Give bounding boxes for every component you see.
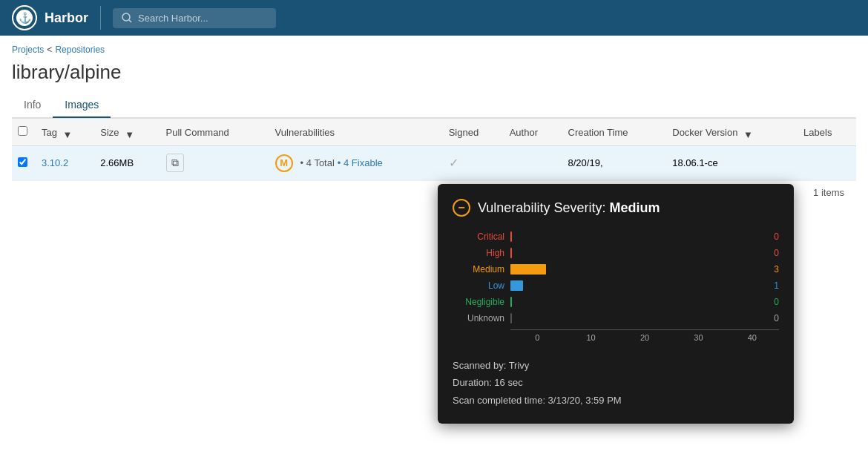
- chart-label-low: Low: [453, 280, 504, 291]
- header-docker-version: Docker Version ▼: [666, 119, 798, 146]
- row-tag-cell: 3.10.2: [36, 146, 94, 180]
- svg-line-1: [129, 20, 131, 22]
- breadcrumb-projects[interactable]: Projects: [12, 45, 44, 55]
- tag-filter-icon[interactable]: ▼: [63, 129, 70, 137]
- main-content: Projects<Repositories library/alpine Inf…: [0, 36, 868, 460]
- row-signed-cell: ✓: [443, 146, 504, 180]
- chart-bar-low: [510, 280, 765, 291]
- chart-bar-negligible: [510, 297, 765, 307]
- chart-axis: 0 10 20 30 40: [510, 329, 779, 342]
- row-checkbox-cell: [12, 146, 36, 180]
- select-all-checkbox[interactable]: [18, 126, 27, 136]
- chart-value-medium: 3: [774, 264, 779, 275]
- chart-bar-medium: [510, 264, 765, 275]
- chart-label-unknown: Unknown: [453, 313, 504, 323]
- popup-footer: Scanned by: Trivy Duration: 16 sec Scan …: [453, 357, 779, 409]
- tag-link[interactable]: 3.10.2: [42, 157, 68, 168]
- copy-button[interactable]: ⧉: [166, 154, 184, 172]
- row-labels-cell: [798, 146, 856, 180]
- row-size-cell: 2.66MB: [94, 146, 160, 180]
- docker-filter-icon[interactable]: ▼: [743, 129, 751, 137]
- header-tag: Tag ▼: [36, 119, 94, 146]
- top-nav: ⚓ Harbor Search Harbor...: [0, 0, 868, 36]
- breadcrumb-separator: <: [47, 45, 52, 55]
- chart-value-critical: 0: [774, 231, 779, 242]
- items-count: 1 items: [813, 187, 844, 198]
- breadcrumb-repositories[interactable]: Repositories: [55, 45, 105, 55]
- header-author: Author: [504, 119, 562, 146]
- chart-row-high: High 0: [453, 248, 779, 258]
- header-signed: Signed: [443, 119, 504, 146]
- search-box[interactable]: Search Harbor...: [113, 8, 276, 28]
- row-docker-version-cell: 18.06.1-ce: [666, 146, 798, 180]
- table-header-row: Tag ▼ Size ▼ Pull Command Vulnerabilitie…: [12, 119, 856, 146]
- chart-value-low: 1: [774, 280, 779, 291]
- breadcrumb: Projects<Repositories: [12, 45, 856, 55]
- chart-row-medium: Medium 3: [453, 264, 779, 275]
- popup-severity: Medium: [609, 200, 660, 215]
- search-placeholder: Search Harbor...: [138, 13, 208, 24]
- axis-10: 10: [564, 333, 617, 342]
- app-name: Harbor: [45, 10, 88, 26]
- row-checkbox[interactable]: [18, 157, 27, 167]
- header-creation-time: Creation Time: [562, 119, 667, 146]
- chart-row-critical: Critical 0: [453, 231, 779, 242]
- vuln-popup: − Vulnerability Severity: Medium Critica…: [438, 184, 794, 424]
- vuln-severity-badge[interactable]: M: [275, 154, 293, 172]
- vuln-total: • 4 Total: [300, 157, 335, 168]
- tab-info[interactable]: Info: [12, 93, 53, 118]
- chart-bar-unknown: [510, 313, 765, 323]
- logo-circle: ⚓: [12, 5, 37, 30]
- header-labels: Labels: [798, 119, 856, 146]
- signed-check-icon: ✓: [449, 157, 458, 169]
- header-checkbox-col: [12, 119, 36, 146]
- table-row: 3.10.2 2.66MB ⧉ M • 4 Total • 4 Fixable: [12, 146, 856, 180]
- chart-bar-critical: [510, 231, 765, 242]
- header-vulnerabilities: Vulnerabilities: [269, 119, 443, 146]
- axis-40: 40: [726, 333, 779, 342]
- chart-row-low: Low 1: [453, 280, 779, 291]
- app-logo[interactable]: ⚓ Harbor: [12, 5, 88, 30]
- svg-point-0: [122, 13, 130, 21]
- chart-row-negligible: Negligible 0: [453, 297, 779, 307]
- chart-value-high: 0: [774, 248, 779, 258]
- chart-label-critical: Critical: [453, 231, 504, 242]
- duration: Duration: 16 sec: [453, 374, 779, 391]
- row-vuln-cell: M • 4 Total • 4 Fixable: [269, 146, 443, 180]
- row-author-cell: [504, 146, 562, 180]
- tabs: Info Images: [12, 93, 856, 118]
- vuln-info: M • 4 Total • 4 Fixable: [275, 154, 437, 172]
- size-filter-icon[interactable]: ▼: [125, 129, 132, 137]
- tab-images[interactable]: Images: [53, 93, 111, 118]
- popup-title: − Vulnerability Severity: Medium: [453, 199, 779, 217]
- chart-row-unknown: Unknown 0: [453, 313, 779, 323]
- row-pull-cmd-cell: ⧉: [160, 146, 269, 180]
- axis-30: 30: [671, 333, 725, 342]
- search-icon: [122, 13, 132, 23]
- axis-0: 0: [510, 333, 564, 342]
- scanned-by: Scanned by: Trivy: [453, 357, 779, 374]
- chart-value-negligible: 0: [774, 297, 779, 307]
- chart-label-medium: Medium: [453, 264, 504, 275]
- chart-area: Critical 0 High 0 Medium 3: [453, 231, 779, 342]
- header-size: Size ▼: [94, 119, 160, 146]
- axis-20: 20: [618, 333, 671, 342]
- chart-value-unknown: 0: [774, 313, 779, 323]
- row-creation-time-cell: 8/20/19,: [562, 146, 667, 180]
- page-title: library/alpine: [12, 61, 856, 84]
- header-pull-command: Pull Command: [160, 119, 269, 146]
- minus-icon: −: [453, 199, 470, 217]
- popup-title-text: Vulnerability Severity: Medium: [478, 200, 660, 216]
- nav-divider: [100, 6, 101, 30]
- chart-label-high: High: [453, 248, 504, 258]
- vuln-fixable: • 4 Fixable: [338, 157, 383, 168]
- chart-bar-high: [510, 248, 765, 258]
- images-table: Tag ▼ Size ▼ Pull Command Vulnerabilitie…: [12, 118, 856, 180]
- chart-label-negligible: Negligible: [453, 297, 504, 307]
- table-wrapper: Tag ▼ Size ▼ Pull Command Vulnerabilitie…: [12, 118, 856, 180]
- scan-time: Scan completed time: 3/13/20, 3:59 PM: [453, 392, 779, 409]
